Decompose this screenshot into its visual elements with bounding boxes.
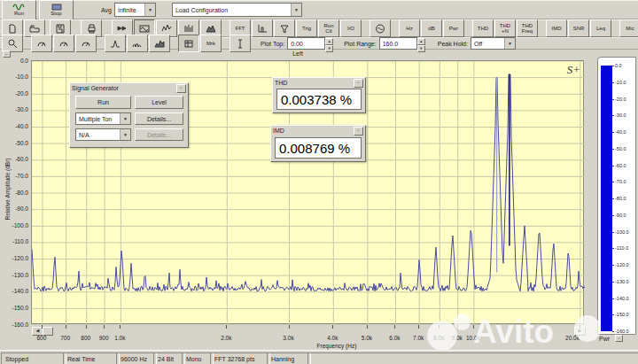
- meter-tick-mark: [612, 265, 614, 266]
- generator-run-label: Run: [97, 99, 109, 105]
- meter-tick-mark: [612, 232, 614, 233]
- imd-value: 0.008769 %: [275, 137, 362, 159]
- meter-tick-label: -20.0: [615, 97, 626, 102]
- generator-details-label: Details...: [147, 116, 171, 122]
- imd-value-text: 0.008769 %: [279, 141, 350, 156]
- meter-options-icon[interactable]: ▫: [615, 335, 623, 342]
- x-axis-title: Frequency (Hz): [275, 343, 399, 349]
- meter-tick-label: -60.0: [615, 163, 626, 168]
- generator-level-button[interactable]: Level: [135, 96, 183, 109]
- watermark-circle: [427, 321, 457, 351]
- status-96000-hz: 96000 Hz: [116, 352, 157, 364]
- x-tick-label: 700: [57, 335, 74, 341]
- x-tick-label: 1.0k: [111, 335, 128, 341]
- x-tick-label: 5.0k: [358, 335, 376, 341]
- generator-waveform-value: Multiple Ton: [79, 116, 112, 122]
- generator-waveform-select[interactable]: Multiple Ton ▼: [75, 112, 131, 125]
- meter-tick-label: -140.0: [615, 296, 629, 301]
- meter-tick-label: -30.0: [615, 112, 626, 118]
- meter-caption: Pwr: [599, 336, 610, 342]
- generator-channel2-select[interactable]: N/A ▼: [75, 128, 131, 141]
- x-tick-mark: [104, 325, 105, 329]
- x-tick-mark: [120, 325, 121, 329]
- meter-tick-label: -40.0: [615, 129, 626, 135]
- meter-tick-mark: [612, 115, 614, 116]
- watermark-circle: [454, 314, 471, 330]
- meter-tick-label: -70.0: [615, 179, 626, 184]
- app-window: Run Stop Avg Infinite ▼ Load Configurati…: [0, 0, 638, 364]
- x-tick-label: 6.0k: [385, 335, 403, 341]
- meter-tick-label: -10.0: [615, 80, 626, 85]
- status-24-bit: 24 Bit: [153, 352, 185, 364]
- x-tick-mark: [289, 325, 290, 329]
- meter-tick-label: -90.0: [615, 213, 626, 218]
- meter-tick-label: -120.0: [615, 262, 629, 267]
- x-tick-label: 900: [95, 335, 113, 341]
- x-tick-mark: [394, 325, 395, 329]
- x-tick-label: 2.0k: [217, 335, 235, 341]
- meter-tick-mark: [612, 66, 614, 66]
- x-tick-label: 600: [33, 335, 51, 341]
- meter-tick-mark: [612, 314, 614, 315]
- meter-tick-label: -130.0: [615, 279, 629, 284]
- meter-tick-mark: [612, 298, 614, 299]
- x-tick-label: 3.0k: [280, 335, 298, 341]
- x-tick-mark: [418, 325, 419, 329]
- meter-tick-label: 0.0: [615, 63, 622, 68]
- dock-icon[interactable]: ▫: [354, 127, 363, 136]
- status-fft-32768-pts: FFT 32768 pts: [210, 352, 270, 364]
- thd-value-text: 0.003738 %: [281, 92, 352, 107]
- meter-tick-mark: [612, 248, 614, 249]
- meter-tick-label: -80.0: [615, 196, 626, 201]
- meter-tick-mark: [612, 215, 614, 216]
- status-empty: [307, 352, 638, 364]
- x-tick-label: 7.0k: [409, 335, 427, 341]
- status-real-time: Real Time: [63, 352, 120, 364]
- x-tick-label: 4.0k: [323, 335, 341, 341]
- thd-title: THD: [275, 80, 287, 86]
- signal-generator-title: Signal Generator: [72, 85, 119, 91]
- generator-details-button[interactable]: Details...: [135, 112, 183, 125]
- meter-tick-mark: [612, 82, 614, 83]
- status-hanning: Hanning: [267, 352, 311, 364]
- meter-tick-mark: [612, 166, 614, 167]
- generator-level-label: Level: [152, 99, 167, 105]
- imd-readout-panel: IMD ▫ 0.008769 %: [270, 125, 366, 162]
- meter-tick-label: -100.0: [615, 229, 629, 235]
- meter-tick-mark: [612, 149, 614, 150]
- dock-icon[interactable]: ▫: [176, 84, 186, 93]
- level-meter-panel: 0.0-10.0-20.0-30.0-40.0-50.0-60.0-70.0-8…: [597, 57, 636, 335]
- chevron-down-icon: ▼: [120, 113, 130, 124]
- x-tick-mark: [332, 325, 333, 329]
- meter-tick-mark: [612, 198, 614, 199]
- generator-details2-button[interactable]: Details...: [135, 128, 183, 141]
- x-tick-mark: [66, 325, 66, 329]
- meter-tick-mark: [612, 99, 614, 100]
- generator-run-button[interactable]: Run: [75, 96, 131, 109]
- x-tick-mark: [226, 325, 227, 329]
- meter-tick-label: -50.0: [615, 146, 626, 151]
- x-axis-ticks: 6007008009001.0k2.0k3.0k4.0k5.0k6.0k7.0k…: [0, 0, 638, 364]
- watermark-text: Avito: [473, 314, 554, 351]
- status-stopped: Stopped: [1, 352, 66, 364]
- generator-details2-label: Details...: [147, 132, 171, 138]
- dock-icon[interactable]: ▫: [354, 79, 363, 88]
- thd-readout-panel: THD ▫ 0.003738 %: [272, 77, 366, 113]
- meter-tick-mark: [612, 331, 614, 332]
- x-tick-mark: [42, 325, 43, 329]
- meter-tick-mark: [612, 132, 614, 133]
- meter-tick-label: -160.0: [615, 329, 629, 334]
- x-tick-mark: [367, 325, 368, 329]
- signal-generator-dialog: Signal Generator ▫ Run Level Multiple To…: [69, 82, 189, 148]
- meter-tick-mark: [612, 282, 614, 283]
- meter-tick-mark: [612, 182, 614, 182]
- generator-channel2-value: N/A: [79, 132, 89, 138]
- imd-title: IMD: [273, 128, 284, 134]
- chevron-down-icon: ▼: [120, 129, 130, 140]
- thd-value: 0.003738 %: [276, 89, 362, 110]
- meter-tick-label: -110.0: [615, 245, 628, 251]
- x-tick-label: 800: [77, 335, 95, 341]
- watermark-circle: [574, 315, 601, 342]
- meter-tick-label: -150.0: [615, 312, 629, 317]
- level-meter-bar: [601, 66, 612, 331]
